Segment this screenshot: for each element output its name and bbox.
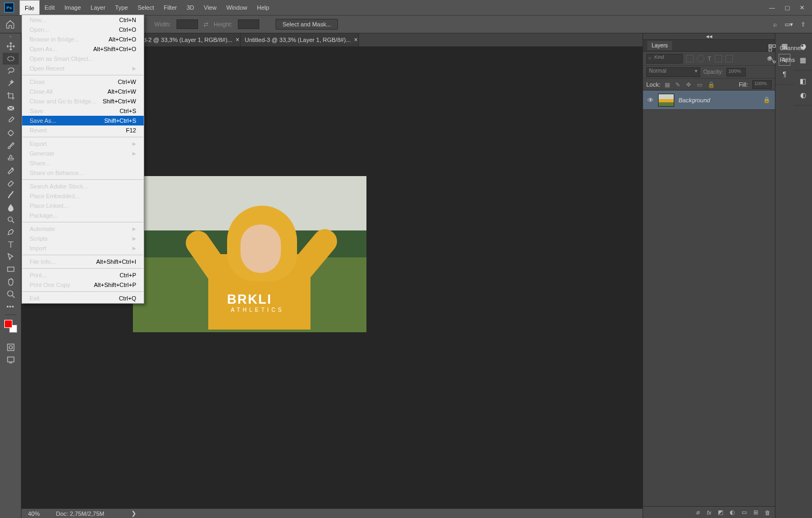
menu-item-open-as-smart-object[interactable]: Open as Smart Object...	[22, 54, 144, 64]
width-input[interactable]	[176, 19, 198, 29]
menu-item-file-info[interactable]: File Info...Alt+Shift+Ctrl+I	[22, 257, 144, 267]
fill-input[interactable]: 100%	[752, 80, 772, 89]
eyedropper-tool[interactable]	[3, 115, 19, 127]
menu-item-save-as[interactable]: Save As...Shift+Ctrl+S	[22, 116, 144, 125]
menu-item-export[interactable]: Export▶	[22, 139, 144, 149]
dodge-tool[interactable]	[3, 214, 19, 226]
menu-item-save[interactable]: SaveCtrl+S	[22, 106, 144, 116]
select-and-mask-button[interactable]: Select and Mask...	[276, 19, 338, 30]
minimize-icon[interactable]: —	[769, 4, 775, 11]
close-tab-icon[interactable]: ×	[236, 36, 239, 44]
brush-tool[interactable]	[3, 139, 19, 151]
quick-mask-icon[interactable]	[3, 341, 19, 353]
menu-type[interactable]: Type	[110, 0, 133, 15]
fx-icon[interactable]: fx	[707, 509, 711, 516]
menu-item-scripts[interactable]: Scripts▶	[22, 234, 144, 243]
edit-toolbar-button[interactable]: •••	[3, 300, 19, 312]
clone-stamp-tool[interactable]	[3, 152, 19, 164]
history-brush-tool[interactable]	[3, 164, 19, 176]
menu-filter[interactable]: Filter	[159, 0, 181, 15]
document-canvas[interactable]: BRKLI ATHLETICS	[133, 176, 366, 332]
path-selection-tool[interactable]	[3, 251, 19, 263]
lasso-tool[interactable]	[3, 65, 19, 77]
foreground-color[interactable]	[4, 320, 12, 328]
menu-item-automate[interactable]: Automate▶	[22, 224, 144, 234]
menu-item-open[interactable]: Open...Ctrl+O	[22, 25, 144, 34]
filter-adjust-icon[interactable]	[697, 55, 704, 62]
menu-item-place-linked[interactable]: Place Linked...	[22, 201, 144, 211]
layer-row-background[interactable]: 👁 Background 🔒	[643, 90, 775, 110]
zoom-tool[interactable]	[3, 288, 19, 300]
menu-item-search-adobe-stock[interactable]: Search Adobe Stock...	[22, 181, 144, 191]
menu-item-share-on-behance[interactable]: Share on Behance...	[22, 168, 144, 178]
color-swatches[interactable]	[4, 320, 17, 333]
menu-item-open-recent[interactable]: Open Recent▶	[22, 64, 144, 73]
mask-icon[interactable]: ◩	[718, 509, 723, 516]
lock-all-icon[interactable]: 🔒	[708, 81, 714, 88]
workspace-icon[interactable]: ▭▾	[785, 21, 793, 28]
eraser-tool[interactable]	[3, 177, 19, 188]
rectangle-tool[interactable]	[3, 263, 19, 275]
menu-3d[interactable]: 3D	[182, 0, 199, 15]
gradient-tool[interactable]	[3, 189, 19, 201]
styles-icon[interactable]: ◐	[797, 89, 809, 101]
menu-window[interactable]: Window	[221, 0, 252, 15]
lock-pos-icon[interactable]: ✥	[686, 81, 693, 88]
filter-smart-icon[interactable]	[725, 55, 733, 62]
swap-icon[interactable]: ⇄	[203, 21, 208, 28]
menu-item-exit[interactable]: ExitCtrl+Q	[22, 293, 144, 303]
group-icon[interactable]: ▭	[742, 509, 747, 516]
search-icon[interactable]: ⌕	[773, 21, 777, 27]
trash-icon[interactable]: 🗑	[765, 509, 771, 516]
adjustment-icon[interactable]: ◐	[730, 509, 735, 516]
height-input[interactable]	[238, 19, 259, 29]
menu-item-generate[interactable]: Generate▶	[22, 149, 144, 158]
type-tool[interactable]	[3, 239, 19, 250]
menu-item-print[interactable]: Print...Ctrl+P	[22, 270, 144, 280]
menu-item-close-all[interactable]: Close AllAlt+Ctrl+W	[22, 87, 144, 96]
hand-tool[interactable]	[3, 276, 19, 288]
menu-item-place-embedded[interactable]: Place Embedded...	[22, 191, 144, 201]
menu-layer[interactable]: Layer	[86, 0, 110, 15]
doc-info[interactable]: Doc: 2,75M/2,75M	[56, 510, 104, 517]
filter-shape-icon[interactable]	[715, 55, 722, 62]
visibility-icon[interactable]: 👁	[647, 96, 654, 104]
link-icon[interactable]: ⌀	[696, 509, 700, 516]
maximize-icon[interactable]: ▢	[785, 4, 790, 11]
menu-select[interactable]: Select	[133, 0, 159, 15]
blend-mode-select[interactable]: Normal	[646, 67, 700, 77]
layer-thumbnail[interactable]	[658, 94, 674, 107]
menu-item-open-as[interactable]: Open As...Alt+Shift+Ctrl+O	[22, 44, 144, 54]
menu-item-import[interactable]: Import▶	[22, 243, 144, 253]
menu-help[interactable]: Help	[252, 0, 274, 15]
layers-tab[interactable]: Layers	[647, 41, 672, 50]
lock-paint-icon[interactable]: ✎	[675, 81, 682, 88]
menu-view[interactable]: View	[199, 0, 222, 15]
menu-item-share[interactable]: Share...	[22, 158, 144, 168]
share-icon[interactable]: ⇧	[801, 21, 806, 28]
new-layer-icon[interactable]: ⊞	[753, 509, 758, 516]
channels-tab[interactable]: Channels	[766, 42, 812, 54]
menu-item-revert[interactable]: RevertF12	[22, 125, 144, 135]
paragraph-icon[interactable]: ¶	[779, 68, 790, 80]
layer-filter-select[interactable]: Kind	[646, 54, 683, 64]
home-icon[interactable]	[4, 19, 16, 30]
close-tab-icon[interactable]: ×	[354, 36, 358, 44]
layer-name[interactable]: Background	[679, 97, 710, 103]
menu-edit[interactable]: Edit	[40, 0, 60, 15]
panel-grip[interactable]	[3, 36, 19, 39]
menu-item-print-one-copy[interactable]: Print One CopyAlt+Shift+Ctrl+P	[22, 280, 144, 290]
zoom-level[interactable]: 40%	[28, 510, 40, 517]
magic-wand-tool[interactable]	[3, 78, 19, 89]
move-tool[interactable]	[3, 40, 19, 52]
menu-item-close-and-go-to-bridge[interactable]: Close and Go to Bridge...Shift+Ctrl+W	[22, 96, 144, 106]
layers-empty-area[interactable]	[643, 110, 775, 506]
lock-nest-icon[interactable]: ▭	[697, 81, 703, 88]
opacity-input[interactable]: 100%	[726, 68, 746, 76]
document-tab-2[interactable]: Untitled-3 @ 33,3% (Layer 1, RGB/8#)...×	[241, 33, 359, 46]
close-icon[interactable]: ✕	[800, 4, 804, 11]
chevron-right-icon[interactable]: ❯	[131, 510, 136, 517]
menu-item-browse-in-bridge[interactable]: Browse in Bridge...Alt+Ctrl+O	[22, 34, 144, 44]
frame-tool[interactable]	[3, 102, 19, 114]
paths-tab[interactable]: Paths	[766, 54, 812, 66]
